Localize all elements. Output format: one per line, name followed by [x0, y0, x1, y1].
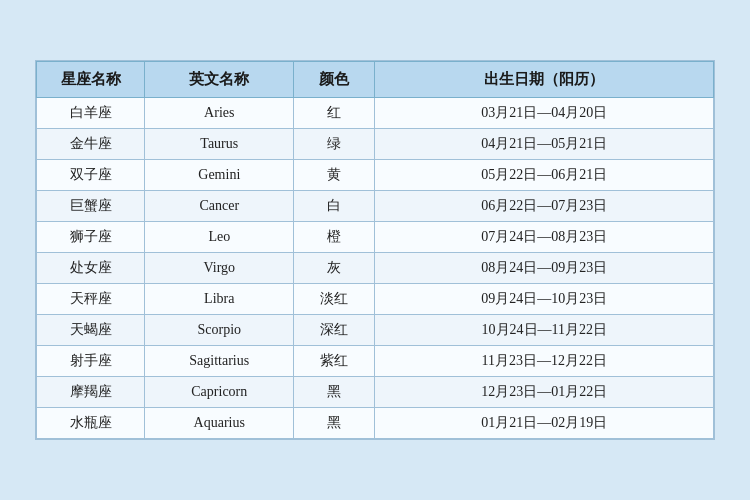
cell-color: 淡红: [294, 284, 375, 315]
zodiac-table: 星座名称 英文名称 颜色 出生日期（阳历） 白羊座Aries红03月21日—04…: [36, 61, 714, 439]
cell-english: Taurus: [145, 129, 294, 160]
table-row: 双子座Gemini黄05月22日—06月21日: [37, 160, 714, 191]
table-row: 狮子座Leo橙07月24日—08月23日: [37, 222, 714, 253]
cell-date: 12月23日—01月22日: [375, 377, 714, 408]
table-row: 摩羯座Capricorn黑12月23日—01月22日: [37, 377, 714, 408]
cell-english: Scorpio: [145, 315, 294, 346]
cell-color: 紫红: [294, 346, 375, 377]
cell-english: Aquarius: [145, 408, 294, 439]
cell-chinese: 射手座: [37, 346, 145, 377]
cell-date: 06月22日—07月23日: [375, 191, 714, 222]
header-english: 英文名称: [145, 62, 294, 98]
zodiac-table-container: 星座名称 英文名称 颜色 出生日期（阳历） 白羊座Aries红03月21日—04…: [35, 60, 715, 440]
cell-color: 黄: [294, 160, 375, 191]
header-date: 出生日期（阳历）: [375, 62, 714, 98]
table-header-row: 星座名称 英文名称 颜色 出生日期（阳历）: [37, 62, 714, 98]
cell-date: 04月21日—05月21日: [375, 129, 714, 160]
cell-english: Capricorn: [145, 377, 294, 408]
cell-english: Gemini: [145, 160, 294, 191]
cell-chinese: 处女座: [37, 253, 145, 284]
cell-color: 绿: [294, 129, 375, 160]
table-row: 巨蟹座Cancer白06月22日—07月23日: [37, 191, 714, 222]
cell-english: Libra: [145, 284, 294, 315]
cell-chinese: 巨蟹座: [37, 191, 145, 222]
cell-english: Sagittarius: [145, 346, 294, 377]
cell-color: 橙: [294, 222, 375, 253]
header-chinese: 星座名称: [37, 62, 145, 98]
table-row: 处女座Virgo灰08月24日—09月23日: [37, 253, 714, 284]
cell-color: 深红: [294, 315, 375, 346]
table-row: 天秤座Libra淡红09月24日—10月23日: [37, 284, 714, 315]
cell-date: 05月22日—06月21日: [375, 160, 714, 191]
cell-english: Cancer: [145, 191, 294, 222]
cell-date: 03月21日—04月20日: [375, 98, 714, 129]
cell-chinese: 水瓶座: [37, 408, 145, 439]
table-row: 射手座Sagittarius紫红11月23日—12月22日: [37, 346, 714, 377]
table-row: 金牛座Taurus绿04月21日—05月21日: [37, 129, 714, 160]
cell-english: Aries: [145, 98, 294, 129]
table-row: 水瓶座Aquarius黑01月21日—02月19日: [37, 408, 714, 439]
cell-chinese: 双子座: [37, 160, 145, 191]
table-row: 白羊座Aries红03月21日—04月20日: [37, 98, 714, 129]
cell-chinese: 金牛座: [37, 129, 145, 160]
cell-date: 07月24日—08月23日: [375, 222, 714, 253]
cell-color: 白: [294, 191, 375, 222]
cell-english: Virgo: [145, 253, 294, 284]
cell-color: 黑: [294, 408, 375, 439]
cell-chinese: 白羊座: [37, 98, 145, 129]
cell-chinese: 天秤座: [37, 284, 145, 315]
cell-chinese: 摩羯座: [37, 377, 145, 408]
cell-color: 红: [294, 98, 375, 129]
cell-color: 灰: [294, 253, 375, 284]
cell-date: 11月23日—12月22日: [375, 346, 714, 377]
table-row: 天蝎座Scorpio深红10月24日—11月22日: [37, 315, 714, 346]
cell-english: Leo: [145, 222, 294, 253]
cell-date: 09月24日—10月23日: [375, 284, 714, 315]
cell-chinese: 天蝎座: [37, 315, 145, 346]
cell-chinese: 狮子座: [37, 222, 145, 253]
cell-date: 01月21日—02月19日: [375, 408, 714, 439]
header-color: 颜色: [294, 62, 375, 98]
cell-color: 黑: [294, 377, 375, 408]
cell-date: 08月24日—09月23日: [375, 253, 714, 284]
cell-date: 10月24日—11月22日: [375, 315, 714, 346]
